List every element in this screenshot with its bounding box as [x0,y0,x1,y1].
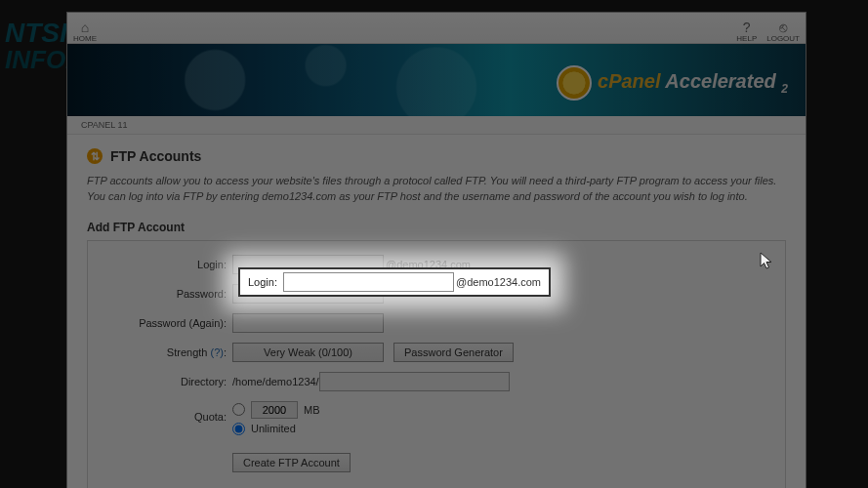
ftp-icon: ⇅ [87,148,103,164]
home-icon: ⌂ [81,20,89,34]
quota-radio-limited[interactable] [232,403,245,416]
quota-label: Quota: [105,401,232,423]
home-label: HOME [73,34,97,43]
brand-block: cPanel Accelerated 2 [557,65,788,101]
password2-label: Password (Again): [105,317,232,329]
spot-domain-suffix: @demo1234.com [456,276,541,288]
spot-login-input[interactable] [283,272,454,292]
banner: cPanel Accelerated 2 [67,44,806,116]
cpanel-window: ⌂ HOME ? HELP ⎋ LOGOUT cPanel Accelerate… [66,12,806,488]
logout-button[interactable]: ⎋ LOGOUT [766,20,800,43]
intro-text: FTP accounts allow you to access your we… [87,174,786,205]
directory-label: Directory: [105,376,232,387]
logout-label: LOGOUT [766,34,800,43]
quota-unit: MB [304,404,320,416]
page-title: ⇅ FTP Accounts [87,148,786,164]
directory-prefix: /home/demo1234/ [232,376,319,387]
password-label: Password: [105,288,232,300]
strength-meter: Very Weak (0/100) [232,343,384,362]
help-icon: ? [743,20,751,34]
brand-accelerated: Accelerated [665,70,775,92]
create-ftp-button[interactable]: Create FTP Account [232,453,351,472]
quota-radio-unlimited[interactable] [232,423,245,435]
directory-row: Directory: /home/demo1234/ [105,372,767,391]
cpanel-logo-icon [557,65,592,101]
strength-help-link[interactable]: (?) [210,346,223,358]
password2-input[interactable] [232,313,384,333]
password-generator-button[interactable]: Password Generator [393,343,514,362]
password2-row: Password (Again): [105,313,767,333]
quota-row: Quota: MB Unlimited [105,401,767,439]
directory-input[interactable] [319,372,510,391]
logout-icon: ⎋ [779,20,787,34]
help-button[interactable]: ? HELP [736,20,757,43]
strength-label: Strength (?): [105,346,232,358]
quota-number-input[interactable] [251,401,298,419]
breadcrumb: CPANEL 11 [67,116,806,135]
help-label: HELP [736,34,757,43]
add-ftp-header: Add FTP Account [87,221,786,234]
brand-sub: 2 [781,82,788,96]
top-toolbar: ⌂ HOME ? HELP ⎋ LOGOUT [67,13,806,44]
strength-row: Strength (?): Very Weak (0/100) Password… [105,343,767,362]
spot-login-label: Login: [248,276,277,288]
brand-cpanel: cPanel [598,70,660,92]
spotlight-login: Login: @demo1234.com [238,267,551,297]
create-row: Create FTP Account [105,453,767,472]
quota-unlimited-label: Unlimited [251,423,296,434]
home-button[interactable]: ⌂ HOME [73,20,97,43]
login-label: Login: [105,259,232,270]
